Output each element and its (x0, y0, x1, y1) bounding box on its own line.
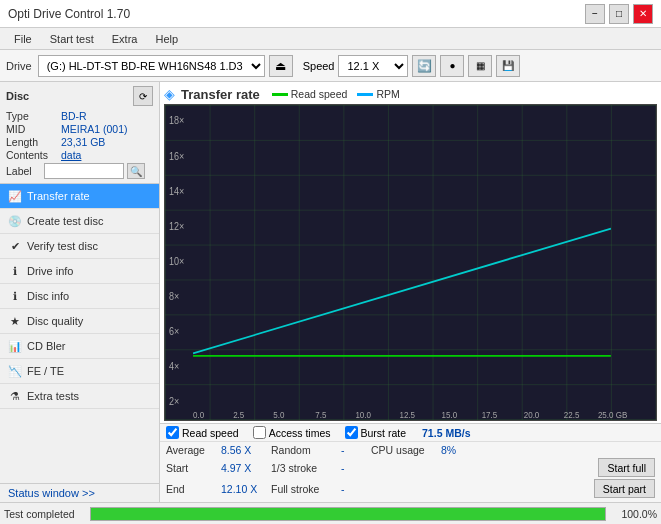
menu-extra[interactable]: Extra (104, 31, 146, 47)
sidebar: Disc ⟳ Type BD-R MID MEIRA1 (001) Length… (0, 82, 160, 502)
nav-item-verify-test-disc[interactable]: ✔ Verify test disc (0, 234, 159, 259)
svg-text:5.0: 5.0 (273, 409, 284, 420)
speed-label: Speed (303, 60, 335, 72)
chart-icon: ◈ (164, 86, 175, 102)
disc-mid-value: MEIRA1 (001) (61, 123, 128, 135)
disc-label-key: Label (6, 165, 41, 177)
nav-item-disc-quality[interactable]: ★ Disc quality (0, 309, 159, 334)
disc-contents-value[interactable]: data (61, 149, 81, 161)
nav-item-transfer-rate[interactable]: 📈 Transfer rate (0, 184, 159, 209)
drive-label: Drive (6, 60, 32, 72)
svg-text:25.0 GB: 25.0 GB (598, 409, 627, 420)
burst-rate-checkbox-item: Burst rate (345, 426, 407, 439)
close-button[interactable]: ✕ (633, 4, 653, 24)
svg-text:20.0: 20.0 (524, 409, 540, 420)
disc-label-button[interactable]: 🔍 (127, 163, 145, 179)
random-value: - (341, 444, 371, 456)
disc-length-value: 23,31 GB (61, 136, 105, 148)
svg-text:16×: 16× (169, 150, 184, 162)
svg-text:14×: 14× (169, 185, 184, 197)
start-label: Start (166, 462, 221, 474)
chart-svg: 18× 16× 14× 12× 10× 8× 6× 4× 2× 0.0 2.5 … (164, 104, 657, 421)
average-value: 8.56 X (221, 444, 271, 456)
cd-bler-icon: 📊 (8, 339, 22, 353)
svg-text:17.5: 17.5 (482, 409, 498, 420)
progress-bar-fill (91, 508, 605, 520)
svg-text:10×: 10× (169, 255, 184, 267)
disc-contents-label: Contents (6, 149, 61, 161)
chart-svg-wrapper: 18× 16× 14× 12× 10× 8× 6× 4× 2× 0.0 2.5 … (164, 104, 657, 421)
maximize-button[interactable]: □ (609, 4, 629, 24)
status-text: Test completed (4, 508, 84, 520)
svg-text:4×: 4× (169, 361, 179, 373)
nav-item-extra-tests[interactable]: ⚗ Extra tests (0, 384, 159, 409)
svg-text:10.0: 10.0 (355, 409, 371, 420)
disc-label-input[interactable] (44, 163, 124, 179)
read-speed-legend-label: Read speed (291, 88, 348, 100)
drive-info-icon: ℹ (8, 264, 22, 278)
save-button[interactable]: 💾 (496, 55, 520, 77)
svg-text:12.5: 12.5 (399, 409, 415, 420)
start-part-button[interactable]: Start part (594, 479, 655, 498)
svg-text:8×: 8× (169, 290, 179, 302)
stroke-1-3-label: 1/3 stroke (271, 462, 341, 474)
nav-item-fe-te[interactable]: 📉 FE / TE (0, 359, 159, 384)
stroke-1-3-value: - (341, 462, 371, 474)
disc-quality-icon: ★ (8, 314, 22, 328)
speed-selector[interactable]: 12.1 X (338, 55, 408, 77)
create-test-disc-icon: 💿 (8, 214, 22, 228)
read-speed-checkbox[interactable] (166, 426, 179, 439)
cpu-label: CPU usage (371, 444, 441, 456)
burst-rate-checkbox-label: Burst rate (361, 427, 407, 439)
nav-item-cd-bler[interactable]: 📊 CD Bler (0, 334, 159, 359)
chart-container: ◈ Transfer rate Read speed RPM (160, 82, 661, 423)
burst-rate-value: 71.5 MB/s (422, 427, 470, 439)
svg-text:2.5: 2.5 (233, 409, 244, 420)
status-window-label: Status window >> (8, 487, 95, 499)
chart-title: Transfer rate (181, 87, 260, 102)
minimize-button[interactable]: − (585, 4, 605, 24)
menu-file[interactable]: File (6, 31, 40, 47)
fe-te-icon: 📉 (8, 364, 22, 378)
verify-test-disc-icon: ✔ (8, 239, 22, 253)
full-stroke-label: Full stroke (271, 483, 341, 495)
end-label: End (166, 483, 221, 495)
progress-bar (90, 507, 606, 521)
stat-row-average: Average 8.56 X Random - CPU usage 8% (166, 444, 655, 456)
access-times-checkbox[interactable] (253, 426, 266, 439)
legend-read-speed: Read speed (272, 88, 348, 100)
disc-title: Disc (6, 90, 29, 102)
progress-percentage: 100.0% (612, 508, 657, 520)
stat-row-end: End 12.10 X Full stroke - Start part (166, 479, 655, 498)
drive-selector[interactable]: (G:) HL-DT-ST BD-RE WH16NS48 1.D3 (38, 55, 265, 77)
nav-item-disc-info[interactable]: ℹ Disc info (0, 284, 159, 309)
disc-refresh-button[interactable]: ⟳ (133, 86, 153, 106)
disc-mid-row: MID MEIRA1 (001) (6, 123, 153, 135)
menu-start-test[interactable]: Start test (42, 31, 102, 47)
toolbar: Drive (G:) HL-DT-ST BD-RE WH16NS48 1.D3 … (0, 50, 661, 82)
disc-label-row: Label 🔍 (6, 163, 153, 179)
svg-text:22.5: 22.5 (564, 409, 580, 420)
nav-item-drive-info[interactable]: ℹ Drive info (0, 259, 159, 284)
status-window-button[interactable]: Status window >> (0, 483, 159, 502)
refresh-button[interactable]: 🔄 (412, 55, 436, 77)
disc-image-button[interactable]: ▦ (468, 55, 492, 77)
menu-help[interactable]: Help (147, 31, 186, 47)
burn-button[interactable]: ● (440, 55, 464, 77)
status-bar: Test completed 100.0% (0, 502, 661, 524)
burst-rate-checkbox[interactable] (345, 426, 358, 439)
start-full-button[interactable]: Start full (598, 458, 655, 477)
chart-title-bar: ◈ Transfer rate Read speed RPM (164, 86, 657, 102)
nav-item-create-test-disc[interactable]: 💿 Create test disc (0, 209, 159, 234)
legend-rpm: RPM (357, 88, 399, 100)
disc-type-value: BD-R (61, 110, 87, 122)
start-value: 4.97 X (221, 462, 271, 474)
stats-table: Average 8.56 X Random - CPU usage 8% Sta… (160, 441, 661, 502)
main-layout: Disc ⟳ Type BD-R MID MEIRA1 (001) Length… (0, 82, 661, 502)
svg-text:6×: 6× (169, 325, 179, 337)
access-times-checkbox-item: Access times (253, 426, 331, 439)
disc-info-icon: ℹ (8, 289, 22, 303)
disc-header: Disc ⟳ (6, 86, 153, 106)
eject-button[interactable]: ⏏ (269, 55, 293, 77)
window-controls: − □ ✕ (585, 4, 653, 24)
